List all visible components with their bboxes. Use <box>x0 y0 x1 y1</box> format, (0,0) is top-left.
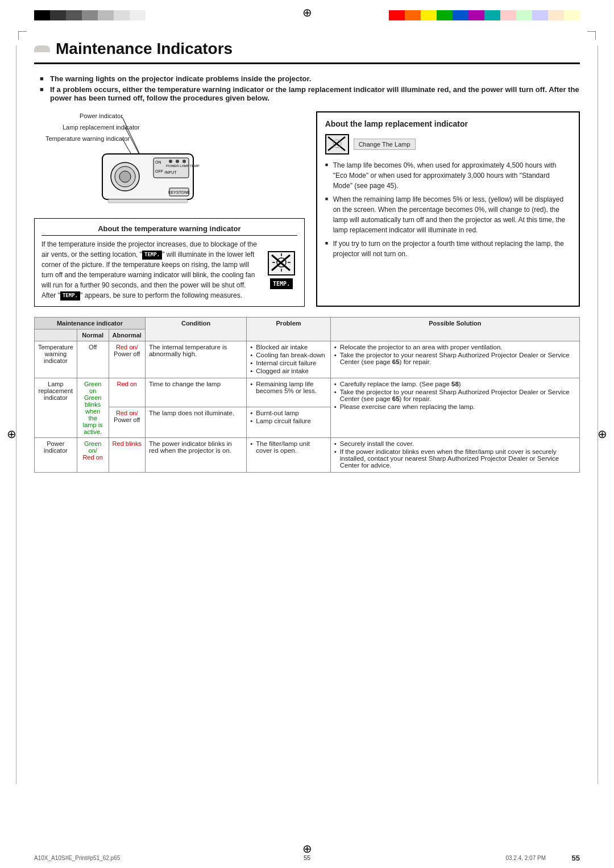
title-tab <box>34 45 50 52</box>
svg-point-14 <box>169 160 172 163</box>
temp-icon-area: TEMP. <box>266 239 297 301</box>
temp-text: If the temperature inside the projector … <box>42 239 262 301</box>
page-title: Maintenance Indicators <box>56 40 233 58</box>
svg-text:POWER LAMP TEMP: POWER LAMP TEMP <box>166 164 200 168</box>
svg-text:INPUT: INPUT <box>165 170 177 174</box>
normal-power: Green on/ Red on <box>77 438 109 473</box>
svg-point-16 <box>182 160 186 163</box>
table-row-temp: Temperaturewarningindicator Off Red on/P… <box>35 341 580 378</box>
lamp-icon-row: Change The Lamp <box>325 134 571 155</box>
projector-svg: ON OFF POWER LAMP TEMP INPUT KEYSTONE <box>34 111 216 214</box>
normal-temp: Off <box>77 341 109 378</box>
table-col-solution: Possible Solution <box>330 318 579 341</box>
temp-body: If the temperature inside the projector … <box>42 239 297 301</box>
reg-mark-bottom: ⊕ <box>302 842 312 856</box>
normal-lamp: Green on Greenblinkswhen thelamp isactiv… <box>77 378 109 438</box>
svg-point-10 <box>119 171 131 182</box>
condition-temp: The internal temperature is abnormally h… <box>145 341 246 378</box>
lamp-bullet-1: When the remaining lamp life becomes 5% … <box>325 194 571 235</box>
reg-mark-right: ⊕ <box>598 427 607 441</box>
svg-text:ON: ON <box>155 160 161 164</box>
solutions-power: Securely install the cover. If the power… <box>330 438 579 473</box>
reg-mark-top: ⊕ <box>302 6 312 19</box>
temp-badge-inline: TEMP. <box>142 251 162 260</box>
temp-badge: TEMP. <box>270 278 293 289</box>
temp-badge-inline2: TEMP. <box>60 291 80 301</box>
problems-lamp-upper: Remaining lamp life becomes 5% or less. <box>247 378 330 407</box>
solutions-temp: Relocate the projector to an area with p… <box>330 341 579 378</box>
right-column: About the lamp replacement indicator Cha… <box>316 111 580 307</box>
col-abnormal: Abnormal <box>109 329 145 341</box>
lamp-change-badge: Change The Lamp <box>354 139 416 150</box>
maintenance-table-section: Maintenance indicator Condition Problem … <box>34 317 580 473</box>
corner-tr <box>587 31 596 41</box>
margin-right <box>598 45 598 784</box>
change-lamp-label: Change The Lamp <box>359 141 410 148</box>
lamp-header: About the lamp replacement indicator <box>325 119 571 128</box>
table-col-condition: Condition <box>145 318 246 341</box>
svg-text:KEYSTONE: KEYSTONE <box>168 190 190 194</box>
reg-mark-left: ⊕ <box>7 427 16 441</box>
intro-bullet-1: The warning lights on the projector indi… <box>40 74 580 83</box>
table-col-problem: Problem <box>247 318 330 341</box>
svg-point-15 <box>176 160 179 163</box>
temp-warning-box: About the temperature warning indicator … <box>34 218 305 307</box>
intro-bullet-2: If a problem occurs, either the temperat… <box>40 85 580 102</box>
abnormal-lamp-upper: Red on <box>109 378 145 407</box>
color-bar <box>389 10 580 20</box>
two-col-section: Power indicator Lamp replacement indicat… <box>34 111 580 307</box>
svg-rect-21 <box>108 199 188 203</box>
lamp-bullet-2: If you try to turn on the projector a fo… <box>325 239 571 259</box>
intro-bullets: The warning lights on the projector indi… <box>34 74 580 102</box>
indicator-label-temp: Temperaturewarningindicator <box>35 341 77 378</box>
indicator-label-lamp: Lampreplacementindicator <box>35 378 77 438</box>
table-row-power: Powerindicator Green on/ Red on Red blin… <box>35 438 580 473</box>
condition-lamp-lower: The lamp does not illuminate. <box>145 407 246 438</box>
left-column: Power indicator Lamp replacement indicat… <box>34 111 305 307</box>
abnormal-power: Red blinks <box>109 438 145 473</box>
condition-power: The power indicator blinks in red when t… <box>145 438 246 473</box>
main-content: Maintenance Indicators The warning light… <box>34 40 580 834</box>
grayscale-bar <box>34 10 146 20</box>
temp-box-title: About the temperature warning indicator <box>42 224 297 236</box>
table-row-lamp-upper: Lampreplacementindicator Green on Greenb… <box>35 378 580 407</box>
svg-text:OFF: OFF <box>155 169 163 173</box>
lamp-symbol-svg <box>325 134 349 155</box>
problems-power: The filter/lamp unit cover is open. <box>247 438 330 473</box>
condition-lamp-upper: Time to change the lamp <box>145 378 246 407</box>
solutions-lamp: Carefully replace the lamp. (See page 58… <box>330 378 579 438</box>
table-header-main: Maintenance indicator <box>35 318 146 329</box>
footer-date: 03.2.4, 2:07 PM <box>505 855 546 861</box>
corner-tl <box>18 31 27 41</box>
problems-temp: Blocked air intake Cooling fan break-dow… <box>247 341 330 378</box>
maintenance-table: Maintenance indicator Condition Problem … <box>34 317 580 473</box>
abnormal-lamp-lower: Red on/Power off <box>109 407 145 438</box>
abnormal-temp: Red on/Power off <box>109 341 145 378</box>
col-normal: Normal <box>77 329 109 341</box>
indicator-label-power: Powerindicator <box>35 438 77 473</box>
margin-left <box>16 45 16 784</box>
lamp-bullets: The lamp life becomes 0%, when used for … <box>325 160 571 259</box>
col-indicator <box>35 329 77 341</box>
footer-left: A10X_A10S#E_Print#p51_62.p65 <box>34 855 120 861</box>
problems-lamp-lower: Burnt-out lamp Lamp circuit failure <box>247 407 330 438</box>
projector-diagram: Power indicator Lamp replacement indicat… <box>34 111 305 214</box>
page-number: 55 <box>572 854 580 862</box>
title-section: Maintenance Indicators <box>34 40 580 64</box>
lamp-bullet-0: The lamp life becomes 0%, when used for … <box>325 160 571 191</box>
temp-symbol-svg <box>267 251 296 276</box>
